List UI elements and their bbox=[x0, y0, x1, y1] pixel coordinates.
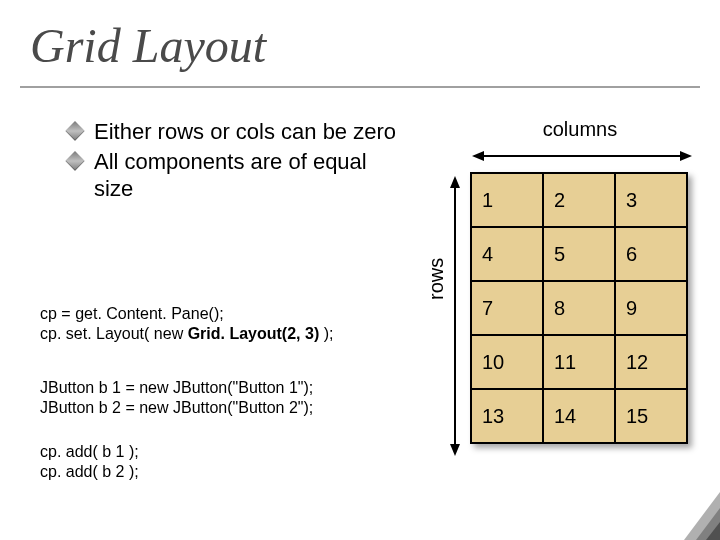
table-row: 7 8 9 bbox=[471, 281, 687, 335]
grid-cell: 5 bbox=[543, 227, 615, 281]
diamond-bullet-icon bbox=[65, 121, 85, 141]
table-row: 1 2 3 bbox=[471, 173, 687, 227]
code-block-1: cp = get. Content. Pane(); cp. set. Layo… bbox=[40, 304, 380, 344]
table-row: 13 14 15 bbox=[471, 389, 687, 443]
code-block-2: JButton b 1 = new JButton("Button 1"); J… bbox=[40, 378, 380, 418]
diamond-bullet-icon bbox=[65, 151, 85, 171]
bullet-text: All components are of equal size bbox=[94, 149, 367, 202]
grid-cell: 4 bbox=[471, 227, 543, 281]
svg-marker-4 bbox=[450, 176, 460, 188]
code-text: ); bbox=[319, 325, 333, 342]
grid-cell: 6 bbox=[615, 227, 687, 281]
columns-label: columns bbox=[480, 118, 680, 141]
corner-accent-icon bbox=[650, 492, 720, 540]
rows-arrow-icon bbox=[445, 176, 465, 456]
code-line: cp. set. Layout( new Grid. Layout(2, 3) … bbox=[40, 324, 380, 344]
grid-cell: 11 bbox=[543, 335, 615, 389]
grid-cell: 12 bbox=[615, 335, 687, 389]
grid-cell: 1 bbox=[471, 173, 543, 227]
grid-cell: 9 bbox=[615, 281, 687, 335]
slide-title: Grid Layout bbox=[30, 18, 266, 73]
slide: Grid Layout Either rows or cols can be z… bbox=[0, 0, 720, 540]
code-line: cp = get. Content. Pane(); bbox=[40, 304, 380, 324]
code-line: JButton b 2 = new JButton("Button 2"); bbox=[40, 398, 380, 418]
table-row: 10 11 12 bbox=[471, 335, 687, 389]
grid-cell: 2 bbox=[543, 173, 615, 227]
bullet-list: Either rows or cols can be zero All comp… bbox=[68, 118, 398, 205]
columns-arrow-icon bbox=[472, 146, 692, 166]
code-bold: Grid. Layout(2, 3) bbox=[188, 325, 320, 342]
code-text: cp. set. Layout( new bbox=[40, 325, 188, 342]
bullet-text: Either rows or cols can be zero bbox=[94, 119, 396, 144]
grid-cell: 10 bbox=[471, 335, 543, 389]
grid-example-table: 1 2 3 4 5 6 7 8 9 10 11 12 13 14 15 bbox=[470, 172, 688, 444]
code-line: cp. add( b 2 ); bbox=[40, 462, 380, 482]
table-row: 4 5 6 bbox=[471, 227, 687, 281]
svg-marker-1 bbox=[472, 151, 484, 161]
grid-cell: 15 bbox=[615, 389, 687, 443]
grid-cell: 14 bbox=[543, 389, 615, 443]
bullet-item: Either rows or cols can be zero bbox=[68, 118, 398, 146]
grid-cell: 13 bbox=[471, 389, 543, 443]
title-underline bbox=[20, 86, 700, 88]
grid-cell: 7 bbox=[471, 281, 543, 335]
code-line: JButton b 1 = new JButton("Button 1"); bbox=[40, 378, 380, 398]
svg-marker-5 bbox=[450, 444, 460, 456]
svg-marker-2 bbox=[680, 151, 692, 161]
code-block-3: cp. add( b 1 ); cp. add( b 2 ); bbox=[40, 442, 380, 482]
grid-cell: 8 bbox=[543, 281, 615, 335]
grid-cell: 3 bbox=[615, 173, 687, 227]
bullet-item: All components are of equal size bbox=[68, 148, 398, 203]
code-line: cp. add( b 1 ); bbox=[40, 442, 380, 462]
